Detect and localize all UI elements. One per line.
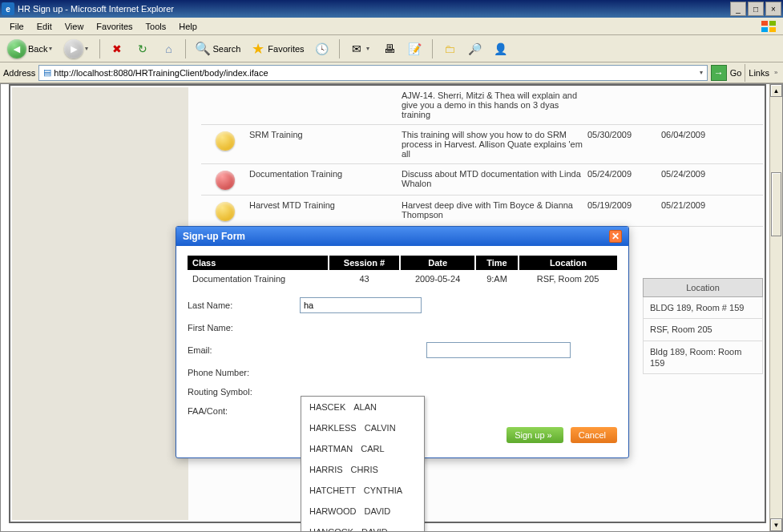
menu-edit[interactable]: Edit <box>30 20 59 33</box>
modal-close-button[interactable]: ✕ <box>609 230 622 243</box>
col-time: Time <box>475 256 519 270</box>
menu-tools[interactable]: Tools <box>139 20 173 33</box>
autocomplete-item[interactable]: HARKLESSCALVIN <box>301 417 424 438</box>
print-button[interactable]: 🖶 <box>377 38 402 60</box>
tool-extra-2[interactable]: 🔎 <box>463 38 487 60</box>
content-area: AJW-14. Sherri, Mitzi & Thea will explai… <box>0 83 783 532</box>
cancel-button[interactable]: Cancel <box>571 427 617 443</box>
signup-button[interactable]: Sign up » <box>507 427 563 443</box>
address-field-wrap: ▤ ▾ <box>38 65 707 81</box>
links-chevron-icon[interactable]: » <box>774 69 780 76</box>
label-email: Email: <box>188 345 300 355</box>
svg-rect-0 <box>761 21 768 26</box>
svg-rect-2 <box>761 27 768 32</box>
autocomplete-item[interactable]: HATCHETTCYNTHIA <box>301 480 424 501</box>
window-titlebar: e HR Sign up - Microsoft Internet Explor… <box>0 0 783 18</box>
autocomplete-item[interactable]: HARRISCHRIS <box>301 459 424 480</box>
ac-last: HARTMAN <box>309 444 353 453</box>
star-icon: ★ <box>250 41 266 57</box>
ac-first: CALVIN <box>365 423 396 433</box>
ac-first: DAVID <box>364 506 390 516</box>
forward-arrow-icon: ► <box>64 39 83 58</box>
ac-last: HATCHETT <box>309 486 356 495</box>
label-routing: Routing Symbol: <box>188 387 300 397</box>
col-date: Date <box>400 256 475 270</box>
back-dropdown-icon[interactable]: ▾ <box>49 45 54 52</box>
refresh-icon: ↻ <box>135 41 151 57</box>
search-icon: 🔍 <box>195 41 211 57</box>
label-first-name: First Name: <box>188 323 300 332</box>
autocomplete-item[interactable]: HANCOCKDAVID <box>301 522 424 532</box>
menu-file[interactable]: File <box>3 20 30 33</box>
col-location: Location <box>519 256 617 270</box>
scroll-thumb[interactable] <box>771 172 781 236</box>
go-button[interactable]: → <box>711 65 727 81</box>
autocomplete-item[interactable]: HARWOODDAVID <box>301 501 424 522</box>
scroll-down-button[interactable]: ▼ <box>770 518 782 531</box>
label-phone: Phone Number: <box>188 368 300 377</box>
maximize-button[interactable]: □ <box>748 2 764 16</box>
ac-last: HARRIS <box>309 465 343 474</box>
val-location: RSF, Room 205 <box>519 270 617 288</box>
ac-first: DAVID <box>361 527 388 532</box>
messenger-icon: 👤 <box>493 41 509 57</box>
forward-button[interactable]: ► ▾ <box>60 38 95 60</box>
address-dropdown-icon[interactable]: ▾ <box>700 69 705 76</box>
home-icon: ⌂ <box>160 41 176 57</box>
home-button[interactable]: ⌂ <box>156 38 180 60</box>
address-bar: Address ▤ ▾ → Go Links » <box>0 62 783 83</box>
edit-button[interactable]: 📝 <box>403 38 427 60</box>
menu-bar: File Edit View Favorites Tools Help <box>0 18 783 35</box>
windows-flag-icon <box>757 18 780 34</box>
menu-help[interactable]: Help <box>172 20 204 33</box>
forward-dropdown-icon[interactable]: ▾ <box>85 45 91 52</box>
go-label: Go <box>730 68 742 78</box>
svg-rect-1 <box>769 21 776 26</box>
refresh-button[interactable]: ↻ <box>131 38 155 60</box>
folder-icon: 🗀 <box>442 41 458 57</box>
label-last-name: Last Name: <box>188 300 300 310</box>
col-class: Class <box>188 256 329 270</box>
research-icon: 🔎 <box>467 41 483 57</box>
input-email[interactable] <box>426 342 571 358</box>
messenger-button[interactable]: 👤 <box>489 38 513 60</box>
tool-extra-1[interactable]: 🗀 <box>438 38 462 60</box>
class-info-table: Class Session # Date Time Location Docum… <box>188 256 617 288</box>
ac-last: HANCOCK <box>309 527 353 532</box>
col-session: Session # <box>329 256 401 270</box>
autocomplete-dropdown: HASCEKALANHARKLESSCALVINHARTMANCARLHARRI… <box>301 396 425 532</box>
svg-rect-3 <box>769 27 776 32</box>
window-title: HR Sign up - Microsoft Internet Explorer <box>18 4 174 14</box>
address-input[interactable] <box>54 68 699 78</box>
menu-view[interactable]: View <box>59 20 91 33</box>
history-icon: 🕓 <box>314 41 330 57</box>
ie-icon: e <box>2 2 14 15</box>
autocomplete-item[interactable]: HASCEKALAN <box>301 397 424 417</box>
minimize-button[interactable]: _ <box>730 2 746 16</box>
ac-first: ALAN <box>353 402 377 412</box>
val-session: 43 <box>329 270 401 288</box>
ac-first: CHRIS <box>351 465 378 474</box>
vertical-scrollbar[interactable]: ▲ ▼ <box>769 84 782 531</box>
back-button[interactable]: ◄ Back ▾ <box>3 38 59 60</box>
ac-first: CYNTHIA <box>364 486 402 495</box>
toolbar: ◄ Back ▾ ► ▾ ✖ ↻ ⌂ 🔍 Search ★ Favorites … <box>0 35 783 62</box>
label-faa: FAA/Cont: <box>188 406 300 416</box>
history-button[interactable]: 🕓 <box>310 38 334 60</box>
favorites-button[interactable]: ★ Favorites <box>246 38 308 60</box>
edit-icon: 📝 <box>407 41 423 57</box>
input-last-name[interactable] <box>300 297 422 313</box>
page-icon: ▤ <box>41 67 54 78</box>
search-button[interactable]: 🔍 Search <box>191 38 244 60</box>
autocomplete-item[interactable]: HARTMANCARL <box>301 438 424 459</box>
scroll-up-button[interactable]: ▲ <box>770 84 782 97</box>
menu-favorites[interactable]: Favorites <box>90 20 139 33</box>
stop-button[interactable]: ✖ <box>105 38 129 60</box>
mail-button[interactable]: ✉▾ <box>345 38 376 60</box>
modal-title-text: Sign-up Form <box>183 231 245 242</box>
modal-titlebar[interactable]: Sign-up Form ✕ <box>176 227 628 246</box>
window-close-button[interactable]: × <box>765 2 781 16</box>
ac-first: CARL <box>361 444 384 453</box>
stop-icon: ✖ <box>109 41 125 57</box>
links-label[interactable]: Links <box>749 68 769 78</box>
